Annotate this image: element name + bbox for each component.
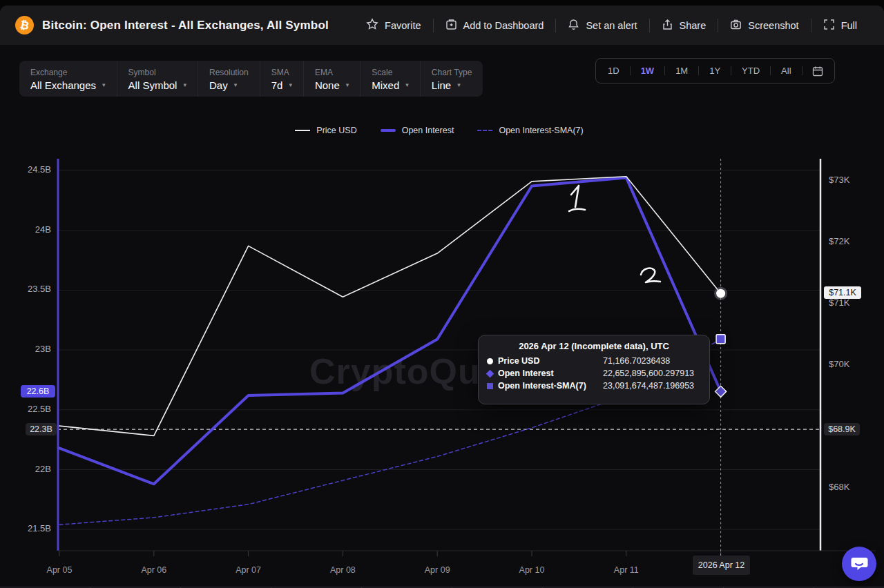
open-interest-current-badge: 22.6B [21, 385, 55, 398]
price-current-badge: $71.1K [824, 286, 861, 299]
sma-marker-square [716, 335, 725, 344]
tooltip-series-value: 23,091,674,487.196953 [603, 381, 701, 391]
tooltip-row: Open Interest22,652,895,600.297913 [487, 367, 701, 380]
tooltip-series-value: 22,652,895,600.297913 [603, 369, 701, 378]
tooltip-series-name: Open Interest-SMA(7) [498, 381, 603, 391]
tooltip-series-name: Price USD [498, 356, 603, 366]
circle-marker-icon [487, 358, 493, 364]
tooltip-title: 2026 Apr 12 (Incomplete data), UTC [487, 341, 701, 351]
chart-tooltip: 2026 Apr 12 (Incomplete data), UTC Price… [478, 335, 710, 404]
series-line-1 [59, 177, 721, 484]
chart-canvas[interactable] [0, 6, 884, 588]
open-interest-reference-badge: 22.3B [26, 423, 57, 435]
app-panel: ₿ Bitcoin: Open Interest - All Exchanges… [0, 6, 884, 588]
tooltip-series-value: 71,166.70236438 [603, 356, 701, 366]
tooltip-series-name: Open Interest [498, 369, 603, 378]
tooltip-rows: Price USD71,166.70236438Open Interest22,… [487, 355, 701, 392]
square-marker-icon [487, 383, 493, 389]
chat-support-button[interactable] [842, 547, 876, 581]
open-interest-marker-diamond [715, 386, 727, 397]
price-marker-circle [716, 289, 725, 298]
crosshair-date-badge: 2026 Apr 12 [693, 556, 750, 575]
price-reference-badge: $68.9K [824, 423, 860, 435]
tooltip-row: Price USD71,166.70236438 [487, 355, 701, 367]
diamond-marker-icon [486, 369, 494, 378]
tooltip-row: Open Interest-SMA(7)23,091,674,487.19695… [487, 380, 701, 392]
chat-bubble-icon [850, 554, 868, 574]
cryptoquant-chart-page: ₿ Bitcoin: Open Interest - All Exchanges… [0, 0, 884, 588]
